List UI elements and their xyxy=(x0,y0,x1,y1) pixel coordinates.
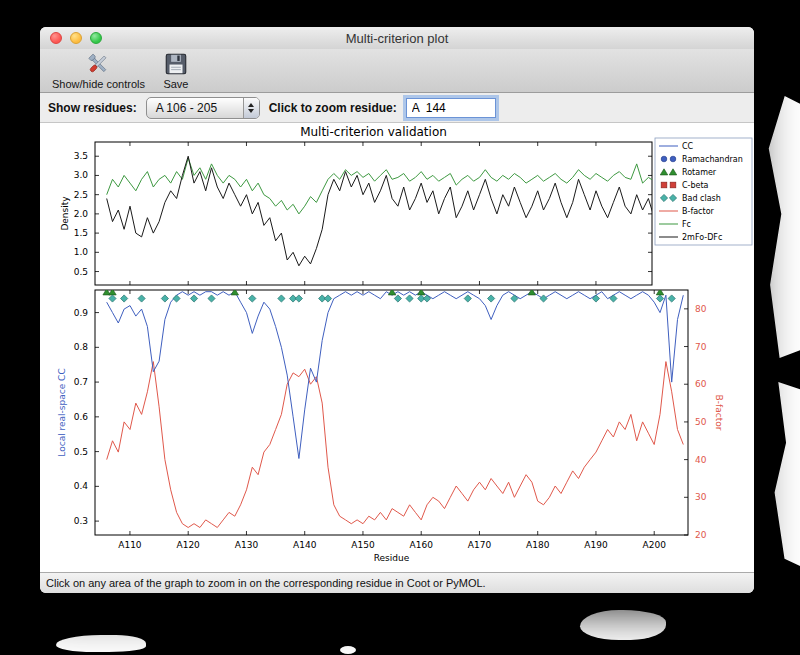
svg-text:40: 40 xyxy=(695,455,707,465)
screenshot-artifact xyxy=(580,610,666,640)
svg-text:A160: A160 xyxy=(410,540,434,550)
svg-text:0.3: 0.3 xyxy=(74,516,88,526)
multi-criterion-plot-window: Multi-criterion plot Show/hide controls xyxy=(40,27,754,593)
svg-text:0.7: 0.7 xyxy=(74,377,88,387)
svg-text:A150: A150 xyxy=(351,540,375,550)
svg-text:2.0: 2.0 xyxy=(74,209,89,219)
svg-text:A140: A140 xyxy=(293,540,317,550)
svg-text:2mFo-DFc: 2mFo-DFc xyxy=(682,233,722,242)
screenshot-artifact xyxy=(766,96,800,358)
svg-text:A200: A200 xyxy=(643,540,667,550)
svg-text:A190: A190 xyxy=(584,540,608,550)
svg-text:80: 80 xyxy=(695,304,707,314)
svg-text:Density: Density xyxy=(60,196,70,231)
svg-text:CC: CC xyxy=(682,142,694,151)
validation-plot[interactable]: Multi-criterion validation0.51.01.52.02.… xyxy=(40,123,754,572)
svg-text:3.0: 3.0 xyxy=(74,170,89,180)
status-bar: Click on any area of the graph to zoom i… xyxy=(40,572,754,593)
svg-text:A130: A130 xyxy=(235,540,259,550)
zoom-window-button[interactable] xyxy=(90,32,102,44)
svg-text:0.8: 0.8 xyxy=(74,342,89,352)
status-text: Click on any area of the graph to zoom i… xyxy=(46,577,486,589)
residue-range-value: A 106 - 205 xyxy=(147,98,243,118)
toolbar: Show/hide controls Save xyxy=(40,49,754,93)
zoom-residue-input[interactable] xyxy=(406,98,496,118)
svg-text:3.5: 3.5 xyxy=(74,151,88,161)
controls-row: Show residues: A 106 - 205 Click to zoom… xyxy=(40,93,754,123)
svg-text:50: 50 xyxy=(695,417,707,427)
svg-text:30: 30 xyxy=(695,492,707,502)
svg-text:A170: A170 xyxy=(468,540,492,550)
show-residues-label: Show residues: xyxy=(48,101,137,115)
svg-text:0.6: 0.6 xyxy=(74,412,89,422)
close-button[interactable] xyxy=(50,32,62,44)
svg-text:0.5: 0.5 xyxy=(74,267,88,277)
svg-text:20: 20 xyxy=(695,530,707,540)
svg-text:Local real-space CC: Local real-space CC xyxy=(57,368,67,456)
window-titlebar[interactable]: Multi-criterion plot xyxy=(40,27,754,49)
svg-text:1.5: 1.5 xyxy=(74,228,88,238)
svg-text:Residue: Residue xyxy=(374,553,410,563)
svg-text:Rotamer: Rotamer xyxy=(682,168,717,177)
svg-text:70: 70 xyxy=(695,342,707,352)
svg-text:0.4: 0.4 xyxy=(74,481,89,491)
screenshot-artifact xyxy=(769,382,800,566)
svg-text:B-factor: B-factor xyxy=(682,207,715,216)
screen: { "window": { "title": "Multi-criterion … xyxy=(0,0,800,655)
svg-text:1.0: 1.0 xyxy=(74,247,89,257)
svg-text:0.5: 0.5 xyxy=(74,447,88,457)
show-hide-controls-label: Show/hide controls xyxy=(52,78,145,90)
svg-text:Ramachandran: Ramachandran xyxy=(682,155,743,164)
svg-text:A180: A180 xyxy=(526,540,550,550)
svg-text:A120: A120 xyxy=(177,540,201,550)
svg-text:B-factor: B-factor xyxy=(714,395,724,431)
show-hide-controls-button[interactable]: Show/hide controls xyxy=(44,49,153,92)
svg-text:A110: A110 xyxy=(118,540,142,550)
svg-text:Bad clash: Bad clash xyxy=(682,194,721,203)
svg-text:Fc: Fc xyxy=(682,220,691,229)
svg-text:Multi-criterion validation: Multi-criterion validation xyxy=(300,125,447,139)
save-label: Save xyxy=(163,78,188,90)
popup-stepper-icon xyxy=(243,98,259,118)
svg-text:2.5: 2.5 xyxy=(74,190,88,200)
save-button[interactable]: Save xyxy=(155,49,197,92)
tools-icon xyxy=(85,51,111,77)
screenshot-artifact xyxy=(56,635,146,652)
residue-range-select[interactable]: A 106 - 205 xyxy=(146,97,260,119)
window-title: Multi-criterion plot xyxy=(346,31,449,46)
minimize-button[interactable] xyxy=(70,32,82,44)
multi-criterion-figure[interactable]: Multi-criterion validation0.51.01.52.02.… xyxy=(40,123,754,572)
zoom-residue-label: Click to zoom residue: xyxy=(269,101,397,115)
svg-text:60: 60 xyxy=(695,379,707,389)
traffic-lights xyxy=(50,32,102,44)
screenshot-artifact xyxy=(340,646,356,654)
svg-text:C-beta: C-beta xyxy=(682,181,709,190)
svg-text:0.9: 0.9 xyxy=(74,308,89,318)
save-icon xyxy=(163,51,189,77)
